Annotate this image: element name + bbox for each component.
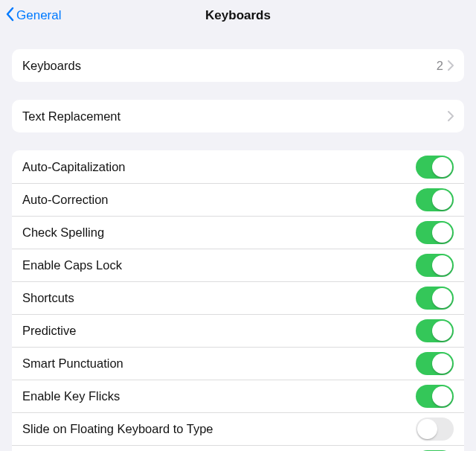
toggle-enable-key-flicks[interactable]	[416, 385, 454, 408]
row-keyboards[interactable]: Keyboards 2	[12, 49, 464, 82]
row-label: Shortcuts	[22, 291, 416, 305]
group-keyboard-switches: Auto-CapitalizationAuto-CorrectionCheck …	[12, 150, 464, 451]
row-label: Enable Key Flicks	[22, 389, 416, 403]
toggle-smart-punctuation[interactable]	[416, 352, 454, 375]
toggle-knob	[417, 419, 437, 439]
row-label: Keyboards	[22, 59, 437, 73]
row-text-replacement[interactable]: Text Replacement	[12, 100, 464, 132]
row-enable-key-flicks: Enable Key Flicks	[12, 380, 464, 412]
navbar: General Keyboards	[0, 0, 476, 31]
row-label: Enable Caps Lock	[22, 258, 416, 272]
toggle-auto-capitalization[interactable]	[416, 156, 454, 179]
row-label: Slide on Floating Keyboard to Type	[22, 422, 416, 436]
group-text-replacement-link: Text Replacement	[12, 100, 464, 132]
toggle-knob	[432, 354, 452, 374]
row-label: Auto-Capitalization	[22, 160, 416, 174]
toggle-predictive[interactable]	[416, 319, 454, 342]
row-shortcuts: Shortcuts	[12, 281, 464, 314]
toggle-knob	[432, 157, 452, 177]
toggle-knob	[432, 190, 452, 210]
toggle-shortcuts[interactable]	[416, 287, 454, 310]
toggle-enable-caps-lock[interactable]	[416, 254, 454, 277]
toggle-knob	[432, 288, 452, 308]
row-auto-correction: Auto-Correction	[12, 183, 464, 216]
back-button[interactable]: General	[6, 0, 61, 31]
row-smart-punctuation: Smart Punctuation	[12, 347, 464, 380]
row-label: Auto-Correction	[22, 193, 416, 207]
row-label: Smart Punctuation	[22, 356, 416, 371]
row-value: 2	[437, 59, 443, 73]
toggle-knob	[432, 321, 452, 341]
row-check-spelling: Check Spelling	[12, 216, 464, 249]
back-label: General	[16, 8, 61, 23]
toggle-knob	[432, 223, 452, 243]
chevron-right-icon	[448, 111, 454, 121]
toggle-knob	[432, 386, 452, 406]
row-label: Predictive	[22, 324, 416, 338]
row-period-shortcut: "." Shortcut	[12, 445, 464, 451]
row-slide-floating-keyboard: Slide on Floating Keyboard to Type	[12, 412, 464, 445]
toggle-auto-correction[interactable]	[416, 188, 454, 211]
toggle-check-spelling[interactable]	[416, 221, 454, 244]
group-keyboards-link: Keyboards 2	[12, 49, 464, 82]
row-label: Text Replacement	[22, 109, 448, 124]
row-auto-capitalization: Auto-Capitalization	[12, 150, 464, 183]
chevron-left-icon	[6, 7, 16, 25]
row-enable-caps-lock: Enable Caps Lock	[12, 249, 464, 281]
toggle-knob	[432, 255, 452, 275]
page-title: Keyboards	[205, 8, 271, 23]
row-predictive: Predictive	[12, 314, 464, 347]
row-label: Check Spelling	[22, 226, 416, 240]
chevron-right-icon	[448, 60, 454, 71]
toggle-slide-floating-keyboard[interactable]	[416, 418, 454, 441]
